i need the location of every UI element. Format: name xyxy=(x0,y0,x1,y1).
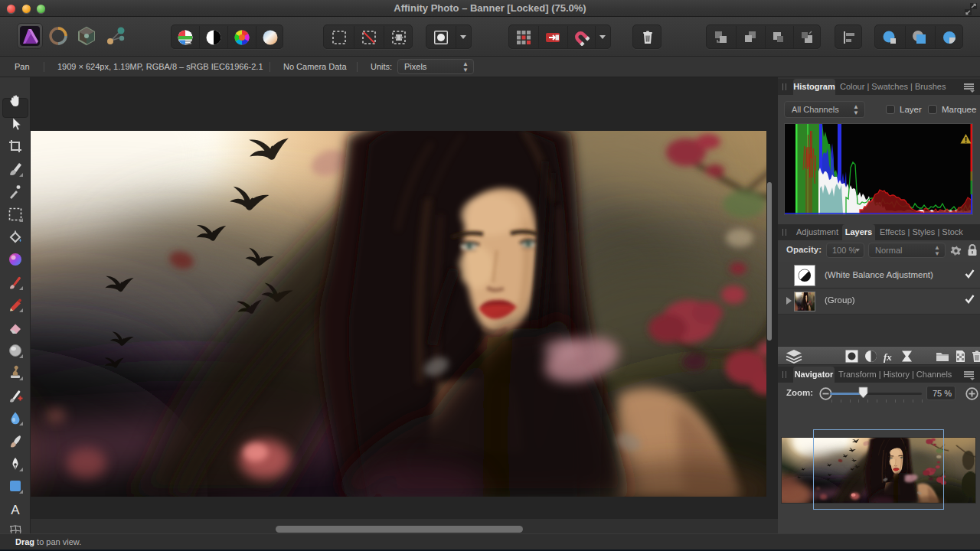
svg-text:fx: fx xyxy=(884,351,892,363)
svg-text:A: A xyxy=(11,503,20,517)
